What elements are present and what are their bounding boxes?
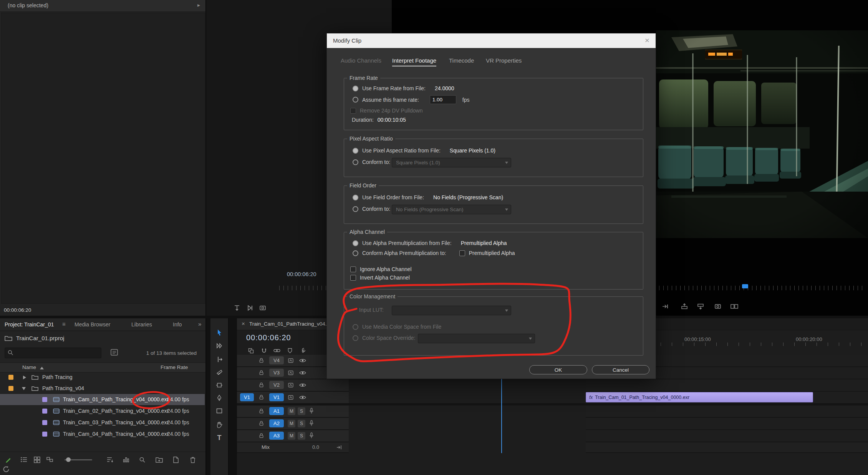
search-input[interactable]	[16, 349, 99, 357]
label-color-chip[interactable]	[42, 432, 47, 437]
use-par-radio[interactable]	[353, 148, 358, 154]
dialog-tab-interpret-footage[interactable]: Interpret Footage	[392, 57, 436, 66]
item-name[interactable]: Path Tracing	[42, 374, 73, 380]
project-row-clip[interactable]: Train_Cam_04_Path_Tracing_v04_0000.exr 2…	[0, 429, 205, 440]
new-bin-icon[interactable]	[154, 454, 164, 465]
automate-sequence-icon[interactable]	[121, 454, 131, 465]
linked-selection-icon[interactable]	[272, 345, 282, 356]
use-alpha-radio[interactable]	[353, 240, 358, 246]
conform-alpha-radio[interactable]	[353, 250, 358, 256]
new-item-icon[interactable]	[171, 454, 181, 465]
timeline-clip[interactable]: fx Train_Cam_01_Path_Tracing_v04_0000.ex…	[586, 392, 813, 402]
track-lane-a2[interactable]	[586, 418, 868, 430]
pen-tool[interactable]	[214, 392, 225, 403]
dialog-tab-vr-properties[interactable]: VR Properties	[486, 57, 522, 64]
item-name[interactable]: Train_Cam_02_Path_Tracing_v04_0000.exr	[63, 408, 169, 414]
sort-icon[interactable]	[104, 454, 115, 465]
snap-icon[interactable]	[258, 345, 269, 356]
use-field-order-radio[interactable]	[353, 195, 358, 200]
lock-icon[interactable]	[258, 394, 264, 400]
sync-lock-icon[interactable]	[288, 382, 294, 388]
ripple-edit-tool[interactable]	[214, 354, 225, 365]
lock-icon[interactable]	[258, 382, 264, 388]
export-frame-icon[interactable]	[258, 303, 268, 313]
label-color-chip[interactable]	[8, 386, 13, 391]
track-lane-a3[interactable]	[586, 430, 868, 442]
project-row-clip-selected[interactable]: Train_Cam_01_Path_Tracing_v04_0000.exr 2…	[0, 394, 205, 405]
freeform-view-icon[interactable]	[45, 454, 55, 465]
clear-icon[interactable]	[187, 454, 198, 465]
nest-icon[interactable]	[245, 345, 256, 356]
lock-icon[interactable]	[258, 408, 264, 414]
mute-button[interactable]: M	[288, 432, 295, 440]
solo-button[interactable]: S	[298, 432, 305, 440]
dialog-tab-timecode[interactable]: Timecode	[449, 57, 474, 64]
timeline-settings-icon[interactable]	[298, 345, 308, 356]
solo-button[interactable]: S	[298, 420, 305, 427]
column-frame-rate[interactable]: Frame Rate	[161, 364, 188, 370]
find-icon[interactable]	[137, 454, 147, 465]
mic-icon[interactable]	[309, 408, 314, 414]
hand-tool[interactable]	[214, 419, 225, 430]
track-target-badge[interactable]: A1	[269, 407, 284, 415]
track-output-eye-icon[interactable]	[299, 383, 306, 387]
label-color-chip[interactable]	[42, 409, 47, 414]
track-target-badge[interactable]: V4	[269, 356, 284, 364]
tab-media-browser[interactable]: Media Browser	[75, 321, 110, 328]
solo-button[interactable]: S	[298, 407, 305, 415]
track-output-eye-icon[interactable]	[299, 371, 306, 375]
source-patch-badge[interactable]: V1	[240, 393, 254, 401]
track-lane-a1[interactable]	[586, 405, 868, 418]
timeline-tab-label[interactable]: Train_Cam_01_PathTracing_v04...	[249, 321, 330, 327]
lock-icon[interactable]	[258, 370, 264, 376]
slip-tool[interactable]	[214, 380, 225, 391]
panel-menu-icon[interactable]: ≡	[62, 321, 66, 327]
conform-field-order-radio[interactable]	[353, 206, 358, 212]
search-bin-icon[interactable]	[111, 349, 118, 356]
lock-icon[interactable]	[258, 433, 264, 439]
tab-info[interactable]: Info	[173, 321, 182, 328]
label-color-chip[interactable]	[42, 420, 47, 425]
track-lane-v1[interactable]: fx Train_Cam_01_Path_Tracing_v04_0000.ex…	[586, 392, 868, 404]
track-output-eye-icon[interactable]	[299, 395, 306, 400]
item-name[interactable]: Train_Cam_03_Path_Tracing_v04_0000.exr	[63, 419, 169, 425]
sync-lock-icon[interactable]	[288, 395, 294, 400]
track-target-badge[interactable]: V1	[269, 393, 284, 401]
project-row-clip[interactable]: Train_Cam_02_Path_Tracing_v04_0000.exr 2…	[0, 405, 205, 417]
close-icon[interactable]: ×	[645, 36, 649, 45]
chevron-right-icon[interactable]	[23, 376, 26, 379]
ignore-alpha-checkbox[interactable]	[350, 266, 356, 272]
track-target-badge[interactable]: V3	[269, 369, 284, 377]
export-frame-icon[interactable]	[713, 301, 724, 312]
razor-tool[interactable]	[214, 367, 225, 378]
track-lane-v2[interactable]	[586, 379, 868, 392]
sync-lock-icon[interactable]	[288, 370, 294, 376]
next-edit-icon[interactable]	[660, 301, 671, 312]
mix-value[interactable]: 0.0	[312, 444, 319, 450]
zoom-slider-handle[interactable]	[66, 457, 71, 462]
chevron-down-icon[interactable]	[22, 387, 26, 390]
project-row-bin[interactable]: Path Tracing	[0, 372, 205, 383]
overwrite-icon[interactable]	[245, 303, 255, 313]
close-tab-icon[interactable]: ×	[242, 320, 245, 327]
panel-flyout-icon[interactable]: ▸	[197, 2, 200, 8]
timeline-timecode[interactable]: 00:00:06:20	[246, 333, 291, 342]
invert-alpha-checkbox[interactable]	[350, 275, 356, 281]
lift-icon[interactable]	[679, 301, 690, 312]
ok-button[interactable]: OK	[529, 365, 587, 374]
extract-icon[interactable]	[695, 301, 706, 312]
sync-lock-icon[interactable]	[288, 358, 294, 363]
list-view-icon[interactable]	[18, 454, 29, 465]
comparison-view-icon[interactable]	[729, 301, 740, 312]
conform-par-radio[interactable]	[353, 159, 358, 165]
label-color-chip[interactable]	[42, 397, 47, 402]
conform-alpha-checkbox[interactable]	[459, 250, 465, 256]
icon-view-icon[interactable]	[31, 454, 42, 465]
program-scrubber[interactable]	[659, 286, 864, 290]
use-frame-rate-radio[interactable]	[353, 86, 358, 91]
mute-button[interactable]: M	[288, 420, 295, 427]
lock-icon[interactable]	[258, 357, 264, 363]
rectangle-tool[interactable]	[214, 405, 225, 416]
insert-icon[interactable]	[232, 303, 242, 313]
project-row-bin[interactable]: Path Tracing_v04	[0, 383, 205, 394]
